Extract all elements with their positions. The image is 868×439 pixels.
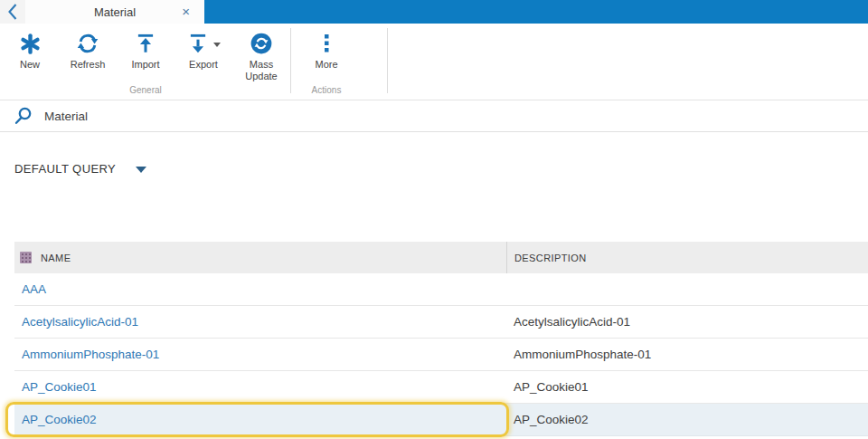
column-select-icon[interactable] [20, 252, 32, 263]
toolbar-group-general: New Refresh [1, 24, 290, 100]
material-description: AcetylsalicylicAcid-01 [506, 315, 868, 329]
more-button[interactable]: More [291, 24, 362, 85]
material-name-link[interactable]: AcetylsalicylicAcid-01 [14, 315, 506, 329]
table-row-highlighted[interactable]: AP_Cookie02 AP_Cookie02 [14, 404, 868, 436]
import-button[interactable]: Import [117, 24, 175, 85]
tab-bar-fill [204, 0, 868, 24]
import-icon [134, 31, 157, 56]
toolbar-group-label-general: General [1, 85, 290, 100]
material-grid: NAME DESCRIPTION AAA AcetylsalicylicAcid… [14, 242, 868, 436]
material-name-link[interactable]: AP_Cookie01 [14, 380, 506, 394]
new-button[interactable]: New [1, 24, 59, 85]
query-selector[interactable]: DEFAULT QUERY [14, 159, 868, 177]
search-input[interactable] [44, 110, 424, 123]
material-description: AmmoniumPhosphate-01 [506, 348, 868, 361]
column-header-name[interactable]: NAME [14, 242, 506, 273]
tab-material[interactable]: Material × [25, 0, 204, 24]
toolbar-spacer [362, 24, 387, 100]
tab-close-icon[interactable]: × [182, 1, 190, 23]
toolbar-group-actions: More Actions [291, 24, 362, 100]
toolbar: New Refresh [0, 24, 868, 100]
mass-update-icon [250, 31, 273, 56]
chevron-left-icon [5, 3, 20, 21]
export-icon [186, 32, 210, 55]
material-description: AP_Cookie02 [506, 413, 868, 426]
back-button[interactable] [0, 0, 25, 24]
table-row[interactable]: AmmoniumPhosphate-01 AmmoniumPhosphate-0… [14, 339, 868, 371]
mass-update-button[interactable]: Mass Update [232, 24, 290, 85]
export-dropdown-caret-icon[interactable] [213, 43, 221, 47]
grid-header: NAME DESCRIPTION [14, 242, 868, 273]
search-icon [13, 106, 33, 126]
tab-bar: Material × [0, 0, 868, 24]
search-bar [0, 100, 868, 132]
new-asterisk-icon [19, 31, 42, 56]
table-row[interactable]: AAA [14, 273, 868, 306]
toolbar-separator [387, 28, 388, 93]
refresh-icon [76, 31, 99, 56]
material-name-link[interactable]: AP_Cookie02 [14, 413, 506, 426]
export-button[interactable]: Export [175, 24, 232, 85]
column-header-description[interactable]: DESCRIPTION [506, 242, 868, 273]
more-icon [316, 31, 337, 56]
table-row[interactable]: AcetylsalicylicAcid-01 AcetylsalicylicAc… [14, 306, 868, 339]
material-name-link[interactable]: AAA [14, 282, 506, 296]
material-name-link[interactable]: AmmoniumPhosphate-01 [14, 348, 506, 361]
material-description: AP_Cookie01 [506, 380, 868, 394]
query-dropdown-caret-icon[interactable] [136, 167, 146, 173]
table-row[interactable]: AP_Cookie01 AP_Cookie01 [14, 371, 868, 404]
tab-title: Material [94, 5, 136, 19]
toolbar-group-label-actions: Actions [291, 85, 362, 100]
query-label: DEFAULT QUERY [14, 162, 116, 176]
refresh-button[interactable]: Refresh [59, 24, 117, 85]
